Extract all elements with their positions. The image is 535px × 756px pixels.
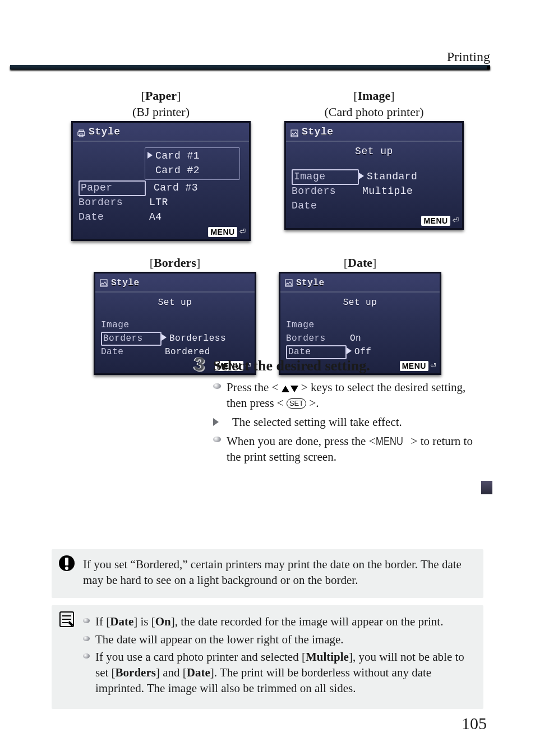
menu-row: Image: [101, 318, 249, 332]
printer-icon: [285, 279, 293, 287]
lcd-title-date: [Date]: [279, 254, 441, 271]
header-rule: [10, 65, 490, 69]
menu-row: Borders Borderless: [101, 332, 249, 345]
bullet-icon: [83, 653, 90, 658]
step-3: 3 Select the desired setting. Press the …: [213, 356, 485, 469]
menu-row: Image: [286, 318, 434, 332]
menu-row: Date: [292, 199, 456, 214]
lcd-top-label: Style: [302, 126, 334, 139]
menu-badge: MENU: [421, 216, 450, 226]
result-arrow-icon: [213, 418, 227, 426]
selected-arrow-icon: [147, 152, 153, 159]
bullet-icon: [83, 636, 90, 641]
menu-row: Image Standard: [292, 170, 456, 184]
notes-icon: [57, 610, 76, 629]
lcd-image: Style Set up Image Standard Borders: [284, 121, 464, 230]
svg-rect-6: [65, 558, 68, 565]
header-corner: [487, 66, 490, 69]
option-row: Card #2: [147, 164, 237, 178]
menu-row: Borders On: [286, 332, 434, 345]
printer-icon: [77, 128, 85, 136]
printer-icon: [100, 279, 108, 287]
lcd-top-label: Style: [296, 277, 325, 289]
selected-arrow-icon: [347, 347, 352, 354]
menu-row: Borders Multiple: [292, 184, 456, 199]
set-button-icon: SET: [287, 398, 306, 409]
step-bullet: Press the < > keys to select the desired…: [213, 380, 485, 411]
menu-badge: MENU: [208, 227, 237, 237]
lcd-setband: Set up: [308, 145, 440, 159]
page-number: 105: [462, 712, 487, 735]
menu-row: Borders LTR: [79, 196, 243, 210]
printer-icon: [290, 128, 298, 136]
bullet-icon: [83, 618, 90, 623]
menu-keyword: MENU: [376, 433, 403, 449]
selected-arrow-icon: [359, 173, 364, 179]
step-heading: Select the desired setting.: [213, 356, 485, 375]
lcd-paper: Style Card #1 Card #2: [71, 121, 251, 241]
step-bullet: When you are done, press the <MENU> to r…: [213, 433, 485, 465]
lcd-setband: Set up: [118, 296, 232, 309]
tips-note: If [Date] is [On], the date recorded for…: [52, 605, 483, 709]
lcd-title-image: [Image] (Card photo printer): [284, 87, 464, 120]
step-bullet: The selected setting will take effect.: [213, 415, 485, 430]
manual-page: Printing [Paper] (BJ printer) Style: [0, 0, 535, 756]
step-number-icon: 3: [194, 354, 211, 374]
updown-keys-icon: [282, 386, 298, 392]
svg-point-7: [65, 567, 68, 570]
bullet-icon: [213, 383, 221, 389]
tip-item: The date will appear on the lower right …: [83, 632, 473, 648]
lcd-top-label: Style: [89, 126, 121, 139]
return-icon: ⏎: [239, 225, 246, 239]
bullet-icon: [213, 437, 221, 442]
caution-icon: [57, 554, 76, 573]
lcd-grid: [Paper] (BJ printer) Style: [79, 87, 456, 375]
menu-row: Date A4: [79, 210, 243, 225]
menu-row: Paper Card #3: [79, 181, 243, 196]
lcd-title-paper: [Paper] (BJ printer): [71, 87, 251, 120]
lcd-top-label: Style: [111, 277, 140, 289]
page-edge-tab-icon: [481, 481, 492, 494]
option-row: Card #1: [147, 149, 237, 164]
svg-rect-1: [79, 130, 84, 132]
warning-text: If you set “Bordered,” certain printers …: [83, 558, 462, 587]
warning-note: If you set “Bordered,” certain printers …: [52, 549, 483, 598]
lcd-setband: Set up: [303, 296, 417, 309]
tip-item: If you use a card photo printer and sele…: [83, 650, 473, 696]
tip-item: If [Date] is [On], the date recorded for…: [83, 614, 473, 630]
return-icon: ⏎: [453, 214, 459, 228]
selected-arrow-icon: [162, 334, 167, 341]
lcd-title-borders: [Borders]: [94, 254, 256, 271]
section-header: Printing: [10, 48, 490, 66]
